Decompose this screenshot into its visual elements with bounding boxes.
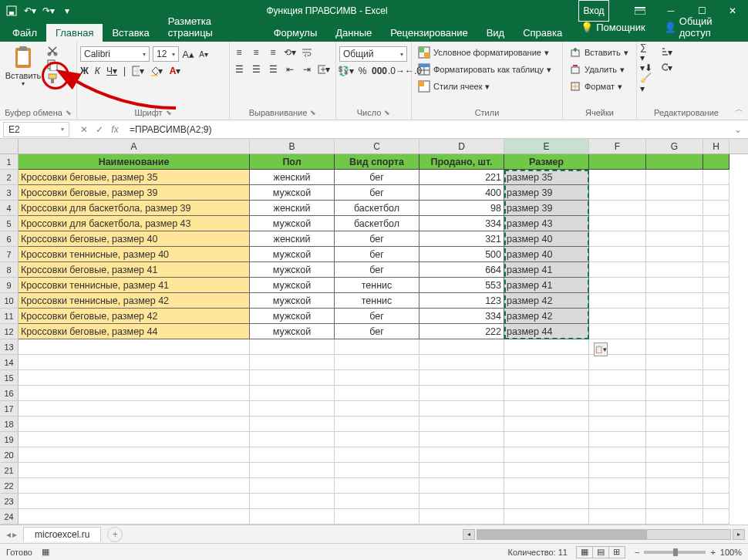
cell[interactable]: женский: [250, 201, 335, 216]
inc-decimal-icon[interactable]: .0→: [390, 65, 403, 77]
dialog-launcher-icon[interactable]: ⬊: [66, 109, 72, 116]
cell[interactable]: [419, 447, 504, 463]
qat-custom-icon[interactable]: ▾: [59, 2, 76, 20]
cell[interactable]: 400: [419, 185, 504, 201]
tab-home[interactable]: Главная: [46, 24, 103, 42]
cut-icon[interactable]: [46, 45, 59, 57]
align-center-icon[interactable]: ☰: [250, 63, 262, 76]
paste-options-icon[interactable]: 📋▾: [594, 342, 608, 356]
tab-insert[interactable]: Вставка: [103, 24, 158, 42]
cell[interactable]: Кроссовки теннисные, размер 40: [19, 247, 250, 262]
cell[interactable]: 222: [419, 324, 504, 339]
col-header[interactable]: G: [646, 139, 703, 153]
cell[interactable]: бег: [335, 324, 419, 339]
sheet-tab[interactable]: microexcel.ru: [23, 527, 101, 541]
cell[interactable]: [589, 170, 646, 185]
cell[interactable]: 500: [419, 247, 504, 262]
tab-layout[interactable]: Разметка страницы: [159, 12, 264, 42]
tab-help[interactable]: Справка: [514, 24, 571, 42]
cell[interactable]: бег: [335, 247, 419, 262]
cell[interactable]: 553: [419, 278, 504, 293]
font-size-select[interactable]: 12▾: [153, 46, 179, 62]
cell[interactable]: [19, 463, 250, 478]
cell[interactable]: мужской: [250, 216, 335, 231]
grow-font-icon[interactable]: A▴: [182, 48, 194, 60]
cell[interactable]: [646, 231, 703, 247]
cell[interactable]: [419, 432, 504, 447]
confirm-formula-icon[interactable]: ✓: [93, 124, 106, 135]
merge-icon[interactable]: ▾: [318, 63, 330, 76]
cell[interactable]: [703, 463, 729, 478]
col-header[interactable]: C: [335, 139, 419, 153]
cell[interactable]: мужской: [250, 278, 335, 293]
cell[interactable]: [419, 339, 504, 355]
cell[interactable]: [250, 478, 335, 494]
cell[interactable]: [19, 447, 250, 463]
cell[interactable]: мужской: [250, 262, 335, 278]
align-mid-icon[interactable]: ≡: [250, 46, 262, 59]
cell[interactable]: [703, 417, 729, 432]
cell[interactable]: Кроссовки беговые, размер 42: [19, 309, 250, 324]
cell[interactable]: [646, 278, 703, 293]
cell[interactable]: [504, 432, 589, 447]
cell[interactable]: [703, 278, 729, 293]
shrink-font-icon[interactable]: A▾: [197, 48, 210, 60]
col-header[interactable]: D: [419, 139, 504, 153]
cell[interactable]: размер 40: [504, 231, 589, 247]
cell[interactable]: [419, 417, 504, 432]
new-sheet-button[interactable]: +: [107, 527, 123, 542]
font-name-select[interactable]: Calibri▾: [80, 46, 150, 62]
cell[interactable]: [250, 509, 335, 525]
cell[interactable]: мужской: [250, 293, 335, 309]
cell[interactable]: [335, 509, 419, 525]
cond-format-button[interactable]: Условное форматирование▾: [415, 45, 554, 60]
number-format-select[interactable]: Общий▾: [339, 46, 407, 62]
col-header[interactable]: H: [703, 139, 729, 153]
cell[interactable]: мужской: [250, 185, 335, 201]
dialog-launcher-icon[interactable]: ⬊: [310, 109, 316, 116]
currency-icon[interactable]: 💱▾: [339, 65, 352, 77]
share-button[interactable]: 👤Общий доступ: [655, 12, 748, 42]
cell[interactable]: [703, 447, 729, 463]
cell[interactable]: [19, 417, 250, 432]
cell[interactable]: [646, 154, 703, 170]
cell[interactable]: [250, 463, 335, 478]
cell[interactable]: [703, 339, 729, 355]
cell[interactable]: 123: [419, 293, 504, 309]
col-header[interactable]: F: [589, 139, 646, 153]
bold-button[interactable]: Ж: [80, 66, 89, 76]
cell[interactable]: [646, 355, 703, 370]
cell[interactable]: [250, 355, 335, 370]
name-box[interactable]: E2▾: [3, 122, 69, 137]
cell[interactable]: 221: [419, 170, 504, 185]
cancel-formula-icon[interactable]: ✕: [77, 124, 91, 135]
tell-me[interactable]: 💡Помощник: [571, 12, 655, 42]
cell[interactable]: Кроссовки теннисные, размер 42: [19, 293, 250, 309]
cell[interactable]: [703, 509, 729, 525]
cell[interactable]: Кроссовки теннисные, размер 41: [19, 278, 250, 293]
borders-icon[interactable]: ▾: [132, 65, 144, 77]
cell[interactable]: [419, 401, 504, 417]
cell[interactable]: бег: [335, 185, 419, 201]
cell[interactable]: [589, 247, 646, 262]
indent-dec-icon[interactable]: ⇤: [284, 63, 296, 76]
cell[interactable]: 98: [419, 201, 504, 216]
cell[interactable]: [504, 370, 589, 386]
cell[interactable]: Вид спорта: [335, 154, 419, 170]
cell[interactable]: [335, 432, 419, 447]
cell[interactable]: бег: [335, 170, 419, 185]
cell[interactable]: [646, 401, 703, 417]
cell[interactable]: размер 39: [504, 201, 589, 216]
save-icon[interactable]: [3, 2, 20, 20]
formula-input[interactable]: =ПРАВСИМВ(A2;9): [126, 124, 728, 135]
cell[interactable]: [335, 370, 419, 386]
cell[interactable]: [646, 309, 703, 324]
cell[interactable]: 664: [419, 262, 504, 278]
cell[interactable]: мужской: [250, 324, 335, 339]
cell[interactable]: [703, 478, 729, 494]
cell[interactable]: [504, 386, 589, 401]
cell[interactable]: [703, 494, 729, 509]
select-all[interactable]: [0, 139, 19, 153]
cell[interactable]: размер 40: [504, 247, 589, 262]
cell[interactable]: [589, 201, 646, 216]
